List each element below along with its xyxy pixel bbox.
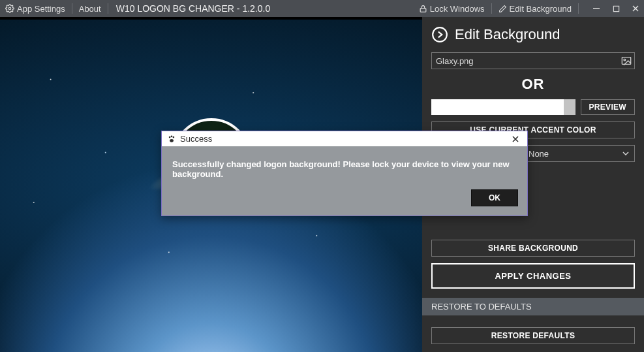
dialog-actions: OK xyxy=(162,183,527,216)
lock-icon xyxy=(419,5,427,13)
app-settings-link[interactable]: App Settings xyxy=(5,4,65,14)
edit-background-link[interactable]: Edit Background xyxy=(498,4,572,14)
color-picker[interactable] xyxy=(431,99,575,115)
app-window: App Settings About W10 LOGON BG CHANGER … xyxy=(0,0,644,352)
arrow-right-circle-icon xyxy=(431,26,448,43)
edit-background-label: Edit Background xyxy=(510,4,572,14)
header-right: Lock Windows Edit Background xyxy=(419,3,640,14)
or-label: OR xyxy=(431,76,635,93)
title-bar: App Settings About W10 LOGON BG CHANGER … xyxy=(0,0,644,17)
divider xyxy=(491,3,492,14)
svg-point-10 xyxy=(170,138,174,142)
window-controls xyxy=(592,4,640,13)
divider xyxy=(72,3,72,14)
apply-changes-button[interactable]: APPLY CHANGES xyxy=(431,263,635,289)
svg-point-9 xyxy=(173,136,175,138)
image-icon xyxy=(621,56,632,65)
scaling-select[interactable]: None xyxy=(523,145,635,162)
lock-windows-label: Lock Windows xyxy=(430,4,485,14)
color-row: PREVIEW xyxy=(431,99,635,115)
gear-icon xyxy=(5,4,14,13)
chevron-down-icon xyxy=(622,152,629,155)
dialog-ok-button[interactable]: OK xyxy=(471,189,518,206)
restore-defaults-button[interactable]: RESTORE DEFAULTS xyxy=(431,327,635,344)
dialog-title: Success xyxy=(180,134,212,144)
svg-point-8 xyxy=(171,135,173,137)
about-link[interactable]: About xyxy=(79,4,101,14)
dialog-close-button[interactable] xyxy=(509,135,522,143)
divider xyxy=(578,3,579,14)
svg-point-4 xyxy=(433,27,447,42)
paw-icon xyxy=(167,135,176,144)
close-button[interactable] xyxy=(631,4,640,13)
about-label: About xyxy=(79,4,101,14)
svg-rect-1 xyxy=(420,8,426,11)
restore-header: RESTORE TO DEFAULTS xyxy=(422,298,644,315)
maximize-button[interactable] xyxy=(611,4,621,13)
scaling-select-value: None xyxy=(529,149,549,159)
svg-point-6 xyxy=(624,59,626,61)
success-dialog: Success Successfully changed logon backg… xyxy=(161,131,528,216)
panel-header: Edit Background xyxy=(431,26,635,43)
lock-windows-link[interactable]: Lock Windows xyxy=(419,4,485,14)
panel-title: Edit Background xyxy=(455,26,560,43)
svg-rect-5 xyxy=(622,57,630,65)
pencil-icon xyxy=(498,5,507,13)
window-title: W10 LOGON BG CHANGER - 1.2.0.0 xyxy=(116,3,271,14)
share-background-button[interactable]: SHARE BACKGROUND xyxy=(431,240,635,257)
dialog-message: Successfully changed logon background! P… xyxy=(162,146,527,183)
svg-rect-3 xyxy=(613,6,619,11)
svg-point-0 xyxy=(8,7,11,10)
header-left: App Settings About W10 LOGON BG CHANGER … xyxy=(5,3,270,14)
dialog-title-bar: Success xyxy=(162,131,527,146)
app-settings-label: App Settings xyxy=(17,4,65,14)
minimize-button[interactable] xyxy=(592,4,601,13)
image-path-field[interactable]: Glaxy.png xyxy=(431,52,635,69)
preview-button[interactable]: PREVIEW xyxy=(581,99,635,115)
svg-point-7 xyxy=(169,136,171,138)
divider xyxy=(108,3,108,14)
image-path-value: Glaxy.png xyxy=(436,56,474,66)
